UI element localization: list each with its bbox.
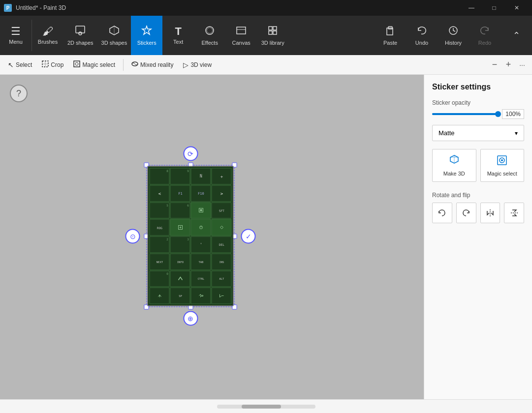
crop-tool[interactable]: Crop <box>38 59 67 71</box>
svg-rect-9 <box>273 31 277 34</box>
key-cell <box>150 288 170 304</box>
toolbar-item-collapse[interactable]: ⌃ <box>501 16 532 55</box>
minimize-button[interactable]: — <box>460 0 483 16</box>
key-cell: INS <box>212 253 232 270</box>
finish-type-button[interactable]: Matte ▾ <box>432 125 524 141</box>
2dshapes-label: 2D shapes <box>67 40 94 46</box>
move-icon: ⊕ <box>188 315 193 323</box>
effects-icon <box>204 25 215 38</box>
toolbar-item-history[interactable]: History <box>438 16 469 55</box>
opacity-value: 100% <box>502 109 524 119</box>
key-cell: 0 <box>150 270 170 287</box>
magic-select-button[interactable]: Magic select <box>480 149 525 182</box>
zoom-more-button[interactable]: ··· <box>516 59 528 71</box>
undo-label: Undo <box>415 40 428 46</box>
key-cell <box>212 219 232 236</box>
key-cell: 5 <box>150 202 170 219</box>
close-button[interactable]: ✕ <box>505 0 528 16</box>
rotate-flip-label: Rotate and flip <box>432 192 524 199</box>
effects-label: Effects <box>201 40 218 46</box>
main-toolbar: ☰ Menu 🖌 Brushes 2D shapes 3D shapes <box>0 16 532 55</box>
rotate-right-button[interactable] <box>456 203 476 223</box>
panel-title: Sticker settings <box>432 83 524 91</box>
horizontal-scrollbar[interactable] <box>217 405 315 409</box>
move-handle[interactable]: ⊕ <box>183 311 198 326</box>
toolbar-item-menu[interactable]: ☰ Menu <box>0 16 31 55</box>
key-cell: 3 <box>170 236 190 253</box>
flip-vertical-button[interactable] <box>504 203 524 223</box>
magic-select-icon <box>73 60 80 69</box>
stickers-label: Stickers <box>137 40 156 46</box>
toolbar-item-brushes[interactable]: 🖌 Brushes <box>32 16 63 55</box>
key-cell: ' <box>191 236 211 253</box>
3dlibrary-label: 3D library <box>261 40 284 46</box>
key-cell <box>191 219 211 236</box>
key-cell: 9 <box>170 168 190 185</box>
svg-rect-20 <box>200 209 202 211</box>
canvas-area: ? ⟳ <box>0 75 424 399</box>
key-cell <box>191 288 211 304</box>
stamp-icon: ⊙ <box>130 232 136 240</box>
canvas-content: ? ⟳ <box>0 75 424 399</box>
sticker-container[interactable]: ⟳ ⊕ ⊙ ✓ <box>148 166 234 308</box>
collapse-icon: ⌃ <box>513 31 520 40</box>
action-buttons: Make 3D Magic select <box>432 149 524 182</box>
paste-icon <box>385 25 396 38</box>
key-cell <box>170 219 190 236</box>
key-cell <box>191 202 211 219</box>
right-panel: Sticker settings Sticker opacity 100% Ma… <box>424 75 532 399</box>
chevron-down-icon: ▾ <box>515 130 518 137</box>
key-cell: 2 <box>150 236 170 253</box>
select-label: Select <box>16 61 32 68</box>
zoom-plus-button[interactable]: + <box>502 59 514 71</box>
key-cell: NEXT <box>150 253 170 270</box>
rotation-icon: ⟳ <box>188 150 193 158</box>
undo-icon <box>416 25 427 38</box>
3dshapes-label: 3D shapes <box>101 40 127 46</box>
toolbar-item-undo[interactable]: Undo <box>406 16 438 55</box>
toolbar-item-redo[interactable]: Redo <box>469 16 501 55</box>
magic-select-label: Magic select <box>82 61 115 68</box>
title-bar: P Untitled* - Paint 3D — □ ✕ <box>0 0 532 16</box>
toolbar-item-3dlibrary[interactable]: 3D library <box>257 16 288 55</box>
key-cell: CTRL <box>191 270 211 287</box>
magic-select-panel-label: Magic select <box>487 171 517 177</box>
rotation-handle[interactable]: ⟳ <box>183 147 198 161</box>
history-icon <box>448 25 459 38</box>
toolbar-item-stickers[interactable]: Stickers <box>131 16 162 55</box>
mixed-reality-tool[interactable]: Mixed reality <box>127 59 177 71</box>
key-cell: > <box>212 185 232 202</box>
opacity-slider[interactable] <box>432 113 498 115</box>
app-icon: P <box>4 4 12 12</box>
maximize-button[interactable]: □ <box>483 0 505 16</box>
help-button[interactable]: ? <box>10 85 28 102</box>
2dshapes-icon <box>75 25 86 38</box>
slider-thumb[interactable] <box>495 111 501 117</box>
toolbar-item-paste[interactable]: Paste <box>375 16 406 55</box>
toolbar-item-2dshapes[interactable]: 2D shapes <box>63 16 97 55</box>
make-3d-button[interactable]: Make 3D <box>432 149 476 182</box>
select-tool[interactable]: ↖ Select <box>4 59 36 71</box>
menu-label: Menu <box>9 39 23 45</box>
toolbar-item-effects[interactable]: Effects <box>194 16 225 55</box>
magic-select-tool[interactable]: Magic select <box>69 59 119 71</box>
toolbar-item-3dshapes[interactable]: 3D shapes <box>97 16 131 55</box>
3d-view-tool[interactable]: ▷ 3D view <box>179 59 216 71</box>
rotate-left-button[interactable] <box>432 203 452 223</box>
zoom-minus-button[interactable]: − <box>489 59 501 71</box>
confirm-handle[interactable]: ✓ <box>241 229 256 243</box>
toolbar-item-canvas[interactable]: Canvas <box>225 16 257 55</box>
key-cell: ALT <box>212 270 232 287</box>
toolbar-item-text[interactable]: T Text <box>162 16 194 55</box>
canvas-label: Canvas <box>232 40 250 46</box>
opacity-row: 100% <box>432 109 524 119</box>
flip-horizontal-button[interactable] <box>480 203 501 223</box>
opacity-label: Sticker opacity <box>432 99 524 106</box>
key-cell: F10 <box>191 185 211 202</box>
canvas-icon <box>236 25 247 38</box>
stamp-handle[interactable]: ⊙ <box>125 229 140 243</box>
select-icon: ↖ <box>8 61 14 69</box>
scrollbar-thumb[interactable] <box>242 405 281 409</box>
svg-rect-7 <box>273 27 277 30</box>
key-cell: 8 <box>150 168 170 185</box>
